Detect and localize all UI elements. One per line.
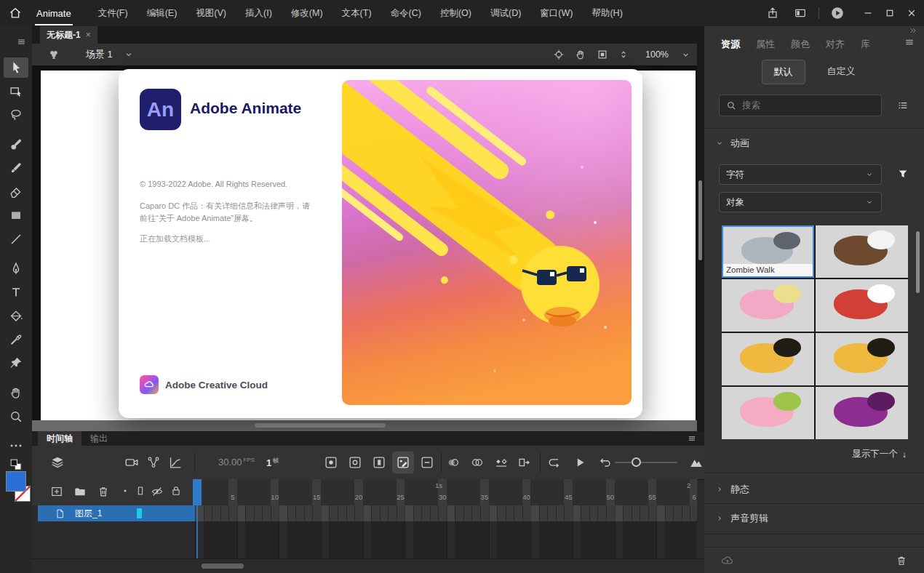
- center-stage-icon[interactable]: [552, 48, 565, 61]
- maximize-button[interactable]: [879, 2, 901, 24]
- hide-layers-icon[interactable]: [150, 484, 166, 500]
- scene-clover-icon[interactable]: [47, 47, 61, 62]
- panel-tab[interactable]: 资源: [713, 35, 748, 55]
- object-filter-dropdown[interactable]: 对象: [719, 192, 882, 212]
- timeline-hscrollbar-thumb[interactable]: [202, 564, 244, 569]
- asset-thumbnail-zombie-walk[interactable]: Zombie Walk: [722, 225, 814, 278]
- pen-tool[interactable]: [8, 261, 24, 277]
- lasso-tool[interactable]: [8, 107, 24, 123]
- workspace-icon[interactable]: [789, 2, 811, 24]
- timeline-tab[interactable]: 时间轴: [38, 431, 81, 446]
- hand-tool[interactable]: [8, 385, 24, 401]
- graph-editor-icon[interactable]: [167, 454, 183, 470]
- text-tool[interactable]: [8, 284, 24, 300]
- show-next-button[interactable]: 显示下一个 ↓: [852, 448, 907, 460]
- menu-item[interactable]: 控制(O): [431, 0, 481, 26]
- character-filter-dropdown[interactable]: 字符: [719, 164, 882, 185]
- menu-item[interactable]: 调试(D): [481, 0, 530, 26]
- delete-asset-icon[interactable]: [895, 554, 908, 567]
- rectangle-tool[interactable]: [8, 207, 24, 223]
- static-section-header[interactable]: 静态: [714, 483, 749, 496]
- edit-multiple-frames-icon[interactable]: [493, 454, 509, 470]
- camera-icon[interactable]: [124, 454, 140, 470]
- zoom-dropdown-icon[interactable]: [680, 49, 691, 60]
- app-menu-animate[interactable]: Animate: [35, 1, 73, 25]
- animation-section-header[interactable]: 动画: [714, 137, 749, 150]
- paint-bucket-tool[interactable]: [8, 308, 24, 324]
- scene-name[interactable]: 场景 1: [86, 48, 113, 61]
- insert-blank-keyframe-icon[interactable]: [347, 454, 363, 470]
- timeline-menu-icon[interactable]: [687, 433, 697, 444]
- new-folder-icon[interactable]: [73, 484, 89, 500]
- classic-brush-tool[interactable]: [8, 160, 24, 176]
- cloud-sync-icon[interactable]: [720, 553, 735, 568]
- play-icon[interactable]: [572, 454, 588, 470]
- eyedropper-tool[interactable]: [8, 332, 24, 348]
- onion-skin-outline-icon[interactable]: [469, 454, 485, 470]
- list-view-icon[interactable]: [896, 99, 909, 112]
- timeline-zoom-slider-track[interactable]: [615, 462, 677, 463]
- insert-keyframe-icon[interactable]: [323, 454, 339, 470]
- lock-layers-icon[interactable]: [170, 484, 186, 500]
- delete-layer-icon[interactable]: [96, 484, 112, 500]
- panel-tab[interactable]: 库: [853, 35, 878, 55]
- menu-item[interactable]: 修改(M): [282, 0, 332, 26]
- menu-item[interactable]: 文本(T): [332, 0, 381, 26]
- panel-tab[interactable]: 对齐: [818, 35, 853, 55]
- menu-item[interactable]: 视图(V): [186, 0, 236, 26]
- menu-item[interactable]: 编辑(E): [138, 0, 187, 26]
- panel-tab[interactable]: 颜色: [783, 35, 818, 55]
- stage-hscrollbar-track[interactable]: [32, 420, 697, 431]
- menu-item[interactable]: 窗口(W): [530, 0, 582, 26]
- asset-grid-scrollbar-thumb[interactable]: [916, 231, 920, 293]
- timeline-ruler[interactable]: 1s 2 5 10 15 20 25 30 35 40: [195, 479, 697, 505]
- zoom-level-value[interactable]: 100%: [645, 49, 669, 60]
- zoom-tool[interactable]: [8, 409, 24, 425]
- sound-section-header[interactable]: 声音剪辑: [714, 512, 768, 525]
- close-button[interactable]: [901, 2, 923, 24]
- tools-menu-icon[interactable]: [16, 36, 27, 47]
- menu-item[interactable]: 插入(I): [236, 0, 282, 26]
- document-tab[interactable]: 无标题-1 ×: [40, 26, 97, 44]
- scene-dropdown-icon[interactable]: [123, 49, 135, 60]
- layer-parenting-icon[interactable]: [146, 454, 162, 470]
- publish-play-icon[interactable]: [827, 2, 848, 24]
- rewind-icon[interactable]: [597, 454, 613, 470]
- rotate-stage-icon[interactable]: [574, 48, 587, 61]
- layer-name[interactable]: 图层_1: [75, 508, 102, 520]
- filter-funnel-icon[interactable]: [896, 167, 909, 180]
- playhead[interactable]: [193, 479, 202, 505]
- eraser-tool[interactable]: [8, 184, 24, 200]
- fill-color-swatch[interactable]: [6, 471, 26, 492]
- layer-item[interactable]: 图层_1: [38, 505, 195, 521]
- asset-thumbnail-dog-run[interactable]: [722, 333, 814, 385]
- menu-item[interactable]: 帮助(H): [582, 0, 632, 26]
- clip-content-icon[interactable]: [596, 48, 609, 61]
- new-layer-icon[interactable]: [49, 484, 65, 500]
- home-icon[interactable]: [4, 2, 26, 24]
- asset-mode-tab[interactable]: 默认: [762, 60, 805, 84]
- asset-thumbnail-wolf-run[interactable]: [816, 225, 908, 278]
- minimize-button[interactable]: [857, 2, 879, 24]
- extend-frames-icon[interactable]: [517, 454, 533, 470]
- asset-thumbnail-snail[interactable]: [722, 279, 814, 332]
- layers-icon[interactable]: [49, 454, 65, 470]
- timeline-zoom-slider-knob[interactable]: [632, 457, 641, 467]
- loop-playback-icon[interactable]: [547, 454, 563, 470]
- asset-thumbnail-dog-sit[interactable]: [816, 333, 908, 385]
- highlight-layer-icon[interactable]: [119, 484, 135, 500]
- panel-menu-icon[interactable]: [904, 36, 915, 48]
- remove-frame-icon[interactable]: [419, 454, 435, 470]
- share-icon[interactable]: [762, 2, 784, 24]
- insert-frame-icon[interactable]: [371, 454, 387, 470]
- fit-timeline-icon[interactable]: [688, 454, 704, 470]
- line-tool[interactable]: [8, 231, 24, 247]
- stage-vscrollbar-thumb[interactable]: [698, 180, 702, 260]
- zoom-stepper[interactable]: [618, 49, 629, 60]
- swap-colors-icon[interactable]: [8, 457, 24, 473]
- more-tools-icon[interactable]: [8, 438, 24, 454]
- auto-keyframe-icon[interactable]: [395, 454, 411, 470]
- expand-panels-icon[interactable]: [908, 25, 918, 36]
- timeline-empty-frames[interactable]: [195, 521, 697, 558]
- asset-thumbnail-pig-parachute[interactable]: [722, 387, 814, 439]
